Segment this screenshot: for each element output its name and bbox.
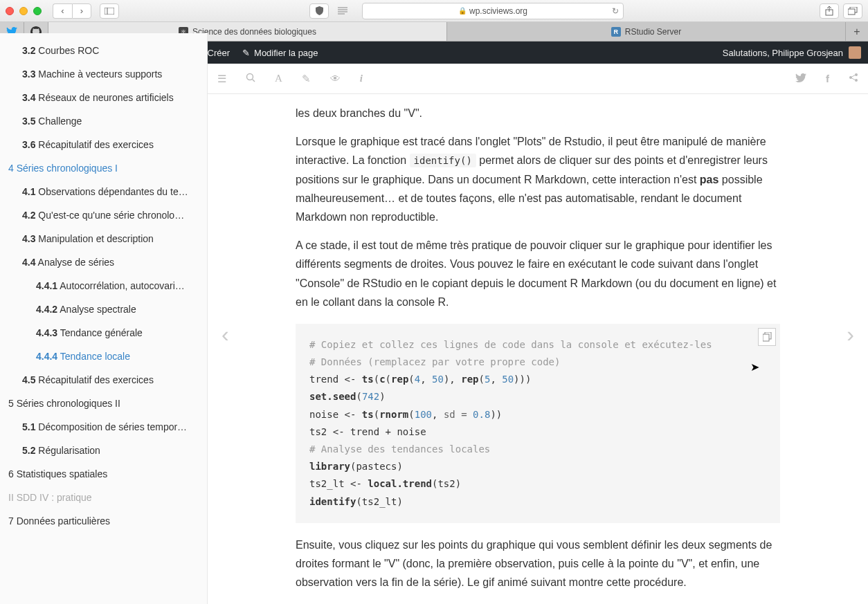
copy-code-button[interactable] [758, 328, 776, 346]
pencil-icon: ✎ [242, 48, 250, 58]
svg-line-16 [852, 78, 856, 80]
lock-icon: 🔒 [458, 7, 467, 15]
tab1-label: Science des données biologiques [192, 27, 316, 37]
sidebar-icon [105, 8, 114, 15]
wp-edit-label: Modifier la page [254, 48, 318, 58]
wp-create-label: Créer [208, 48, 230, 58]
svg-point-10 [247, 74, 253, 80]
search-icon[interactable] [246, 73, 255, 84]
svg-line-11 [253, 80, 255, 82]
svg-rect-0 [105, 8, 114, 15]
share-all-icon[interactable] [849, 73, 858, 84]
prev-page-arrow[interactable]: ‹ [221, 321, 229, 347]
toc-part-2: II SDD IV : pratique [0, 486, 207, 509]
wp-avatar[interactable] [849, 46, 861, 59]
font-icon[interactable]: A [275, 73, 282, 84]
toc-item-5-2[interactable]: 5.2 Régularisation [0, 439, 207, 462]
inline-code-identify: identify() [410, 154, 476, 167]
toc-item-3-2[interactable]: 3.2 Courbes ROC [0, 39, 207, 62]
window-controls [6, 7, 42, 15]
book-toolbar: ☰ A ✎ 👁 i f [208, 64, 868, 94]
reload-icon[interactable]: ↻ [612, 6, 619, 16]
toc-chapter-5[interactable]: 5 Séries chronologiques II [0, 392, 207, 415]
tabs-button[interactable] [843, 3, 862, 19]
toc-item-4-1[interactable]: 4.1 Observations dépendantes du te… [0, 180, 207, 203]
copy-icon [763, 332, 772, 342]
twitter-share-icon[interactable] [795, 73, 806, 84]
safari-toolbar: ‹ › 🔒 wp.sciviews.org ↻ [0, 0, 868, 22]
share-button[interactable] [820, 3, 839, 19]
url-bar[interactable]: 🔒 wp.sciviews.org ↻ [362, 3, 624, 19]
wp-greeting[interactable]: Salutations, Philippe Grosjean [723, 48, 843, 58]
tab2-favicon: R [611, 27, 621, 37]
url-host: wp.sciviews.org [469, 6, 527, 16]
paragraph-next: Ensuite, vous cliquez sur les points du … [296, 536, 780, 592]
toc-item-4-4-4[interactable]: 4.4.4 Tendance locale [0, 345, 207, 368]
edit-icon[interactable]: ✎ [302, 73, 311, 85]
toc-chapter-7[interactable]: 7 Données particulières [0, 509, 207, 533]
minimize-window-button[interactable] [19, 7, 28, 15]
svg-point-13 [855, 73, 858, 76]
toc-item-4-2[interactable]: 4.2 Qu'est-ce qu'une série chronolo… [0, 203, 207, 227]
paragraph-identify: Lorsque le graphique est tracé dans l'on… [296, 132, 780, 226]
paragraph-instructions: A ce stade, il est tout de même très pra… [296, 236, 780, 311]
toc-item-3-6[interactable]: 3.6 Récapitulatif des exercices [0, 133, 207, 156]
close-window-button[interactable] [6, 7, 14, 15]
paragraph-tail: les deux branches du "V". [296, 104, 780, 122]
forward-button[interactable]: › [72, 3, 91, 19]
toc-item-4-5[interactable]: 4.5 Récapitulatif des exercices [0, 368, 207, 392]
toc-item-4-3[interactable]: 4.3 Manipulation et description [0, 227, 207, 250]
privacy-shield-button[interactable] [309, 3, 329, 19]
tab2-label: RStudio Server [625, 27, 681, 37]
svg-rect-9 [848, 9, 855, 15]
toc-item-4-4-2[interactable]: 4.4.2 Analyse spectrale [0, 298, 207, 321]
toc-item-3-3[interactable]: 3.3 Machine à vecteurs supports [0, 62, 207, 86]
toc-item-5-1[interactable]: 5.1 Décomposition de séries tempor… [0, 415, 207, 439]
wp-edit-link[interactable]: ✎ Modifier la page [242, 48, 318, 58]
maximize-window-button[interactable] [33, 7, 42, 15]
next-page-arrow[interactable]: › [847, 321, 854, 347]
tabs-icon [848, 7, 858, 15]
toc-chapter-4[interactable]: 4 Séries chronologiques I [0, 156, 207, 180]
toc-item-3-5[interactable]: 3.5 Challenge [0, 109, 207, 133]
toc-item-4-4-3[interactable]: 4.4.3 Tendance générale [0, 321, 207, 345]
main-content: les deux branches du "V". Lorsque le gra… [254, 104, 822, 604]
share-icon [825, 6, 833, 16]
toc-item-3-4[interactable]: 3.4 Réseaux de neurones artificiels [0, 86, 207, 109]
toc-sidebar[interactable]: 3.2 Courbes ROC 3.3 Machine à vecteurs s… [0, 33, 208, 604]
toc-toggle-icon[interactable]: ☰ [217, 73, 226, 85]
back-button[interactable]: ‹ [53, 3, 72, 19]
svg-point-14 [855, 79, 858, 82]
shield-icon [316, 6, 323, 15]
toc-item-4-4-1[interactable]: 4.4.1 Autocorrélation, autocovari… [0, 274, 207, 298]
svg-rect-18 [763, 334, 769, 341]
new-tab-button[interactable]: + [846, 22, 868, 41]
reader-icon [338, 7, 347, 15]
sidebar-toggle-button[interactable] [100, 3, 119, 19]
nav-buttons: ‹ › [53, 3, 91, 19]
reader-button[interactable] [333, 3, 352, 19]
browser-tab-2[interactable]: R RStudio Server [447, 22, 846, 41]
svg-line-15 [852, 75, 856, 77]
view-icon[interactable]: 👁 [330, 73, 341, 84]
toc-item-4-4[interactable]: 4.4 Analyse de séries [0, 250, 207, 274]
code-block: # Copiez et collez ces lignes de code da… [296, 324, 780, 523]
toc-chapter-6[interactable]: 6 Statistiques spatiales [0, 462, 207, 486]
facebook-share-icon[interactable]: f [826, 73, 829, 84]
info-icon[interactable]: i [360, 73, 363, 84]
